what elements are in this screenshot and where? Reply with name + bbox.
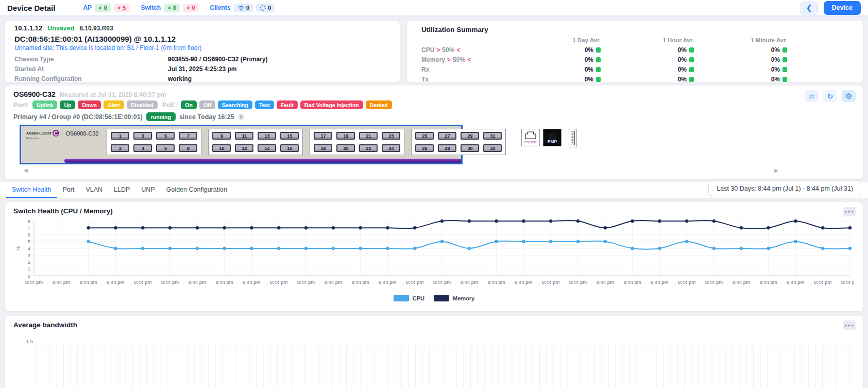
- tab-lldp[interactable]: LLDP: [108, 182, 135, 198]
- port-14[interactable]: 14: [258, 144, 276, 152]
- device-id-line: 10.1.1.12 Unsaved 8.10.93.R03: [14, 24, 390, 32]
- svg-text:8:44 pm: 8:44 pm: [461, 279, 478, 285]
- port-15[interactable]: 15: [280, 132, 299, 140]
- clients-label: Clients: [210, 4, 231, 11]
- port-5[interactable]: 5: [156, 132, 175, 140]
- port-7[interactable]: 7: [179, 132, 197, 140]
- port-1[interactable]: 1: [111, 132, 129, 140]
- svg-text:1 b: 1 b: [26, 339, 33, 344]
- tab-golden-configuration[interactable]: Golden Configuration: [161, 182, 233, 198]
- console-port[interactable]: console: [521, 129, 540, 146]
- port-17[interactable]: 17: [314, 132, 332, 140]
- utilization-column-header: 1 Minute Avr.: [694, 35, 787, 45]
- port-group: 1719212318202224: [310, 129, 404, 155]
- port-22[interactable]: 22: [359, 144, 378, 152]
- port-18[interactable]: 18: [314, 144, 332, 152]
- switch-down-badge[interactable]: ∨0: [183, 4, 199, 12]
- device-name: DC:08:56:1E:00:01 (AI13000099) @ 10.1.1.…: [14, 35, 390, 43]
- info-icon[interactable]: [238, 114, 244, 120]
- emp-port[interactable]: EMP: [543, 129, 561, 146]
- utilization-value: 0%: [601, 45, 694, 55]
- usb-port[interactable]: [569, 129, 577, 147]
- tab-switch-health[interactable]: Switch Health: [6, 182, 57, 198]
- port-19[interactable]: 19: [336, 132, 355, 140]
- settings-button[interactable]: ⚙: [842, 90, 856, 102]
- port-28[interactable]: 28: [438, 144, 456, 152]
- clients-wifi-badge[interactable]: 0: [234, 4, 253, 12]
- port-8[interactable]: 8: [179, 144, 197, 152]
- ap-down-badge[interactable]: ∨5: [114, 4, 130, 12]
- switch-model-title: OS6900-C32: [13, 90, 56, 98]
- device-location-link[interactable]: Unnamed site; This device is located on:…: [14, 45, 390, 52]
- svg-text:8:44 pm: 8:44 pm: [189, 279, 206, 285]
- tab-port[interactable]: Port: [57, 182, 80, 198]
- device-button[interactable]: Device: [824, 1, 861, 15]
- scroll-right-arrow[interactable]: ▶: [774, 167, 778, 173]
- legend-label-text: Memory: [453, 295, 474, 301]
- port-29[interactable]: 29: [461, 132, 479, 140]
- chassis-model-label: OS6900-C32: [65, 130, 98, 137]
- port-11[interactable]: 11: [235, 132, 253, 140]
- utilization-value: 0%: [601, 74, 694, 84]
- port-21[interactable]: 21: [359, 132, 378, 140]
- clients-mesh-badge[interactable]: 0: [256, 4, 275, 12]
- port-20[interactable]: 20: [336, 144, 355, 152]
- port-status-badge-down: Down: [78, 100, 101, 109]
- arrow-down-icon: ∨: [186, 5, 190, 11]
- threshold-value: 50%: [442, 46, 454, 54]
- utilization-row-label: CPU > 50% <: [421, 45, 507, 55]
- scroll-left-arrow[interactable]: ◀: [24, 167, 28, 173]
- port-25[interactable]: 25: [415, 132, 434, 140]
- port-9[interactable]: 9: [212, 132, 231, 140]
- save-status-badge: Unsaved: [47, 25, 74, 32]
- port-2[interactable]: 2: [111, 144, 129, 152]
- port-26[interactable]: 26: [415, 144, 434, 152]
- date-range-selector[interactable]: Last 30 Days: 8:44 pm (Jul 1) - 8:44 pm …: [708, 181, 861, 196]
- port-status-badge-alert: Alert: [104, 100, 124, 109]
- utilization-value: 0%: [694, 64, 787, 74]
- chart-menu-button[interactable]: ●●●: [843, 207, 856, 216]
- svg-text:8: 8: [28, 218, 30, 224]
- port-30[interactable]: 30: [461, 144, 479, 152]
- port-12[interactable]: 12: [235, 144, 253, 152]
- device-ip: 10.1.1.12: [14, 24, 42, 32]
- legend-item-memory[interactable]: Memory: [434, 295, 474, 301]
- status-ok-indicator: [782, 47, 787, 53]
- svg-text:5: 5: [28, 239, 30, 244]
- port-10[interactable]: 10: [212, 144, 231, 152]
- utilization-percent: 0%: [585, 66, 593, 73]
- port-3[interactable]: 3: [133, 132, 152, 140]
- threshold-lt: <: [467, 56, 471, 63]
- attribute-value: 903855-90 / OS6900-C32 (Primary): [168, 56, 390, 63]
- port-32[interactable]: 32: [483, 144, 502, 152]
- utilization-corner: [421, 35, 507, 45]
- tab-unp[interactable]: UNP: [135, 182, 160, 198]
- tab-vlan[interactable]: VLAN: [80, 182, 108, 198]
- poe-status-badge-denied: Denied: [366, 100, 392, 109]
- port-4[interactable]: 4: [133, 144, 152, 152]
- chart-menu-button[interactable]: ●●●: [843, 320, 856, 330]
- mesh-circle-icon: [260, 5, 266, 11]
- poe-status-badge-test: Test: [255, 100, 274, 109]
- port-13[interactable]: 13: [258, 132, 276, 140]
- ap-up-badge[interactable]: ∧0: [95, 4, 111, 12]
- utilization-value: 0%: [507, 64, 601, 74]
- port-31[interactable]: 31: [483, 132, 502, 140]
- switch-up-badge[interactable]: ∧3: [164, 4, 180, 12]
- port-24[interactable]: 24: [382, 144, 400, 152]
- legend-item-cpu[interactable]: CPU: [394, 295, 424, 301]
- svg-text:8:44 pm: 8:44 pm: [53, 279, 70, 285]
- compare-button[interactable]: ⇄: [805, 90, 819, 102]
- refresh-button[interactable]: ↻: [823, 90, 837, 102]
- poe-status-badge-fault: Fault: [277, 100, 298, 109]
- brand-subtitle: Enterprise: [26, 137, 59, 140]
- port-16[interactable]: 16: [280, 144, 299, 152]
- back-button[interactable]: ❮: [800, 1, 819, 15]
- svg-text:8:44 pm: 8:44 pm: [351, 279, 369, 285]
- port-27[interactable]: 27: [438, 132, 456, 140]
- svg-text:8:44 pm: 8:44 pm: [107, 279, 124, 285]
- svg-text:2: 2: [28, 259, 30, 265]
- port-6[interactable]: 6: [156, 144, 175, 152]
- port-23[interactable]: 23: [382, 132, 400, 140]
- port-group: 13572468: [107, 129, 201, 155]
